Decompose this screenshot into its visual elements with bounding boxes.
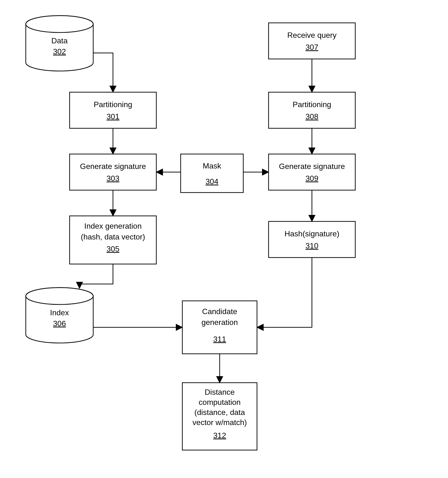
edge-data-to-part1 xyxy=(93,53,113,92)
svg-point-3 xyxy=(26,288,93,304)
data-num: 302 xyxy=(53,47,66,56)
svg-rect-7 xyxy=(70,154,156,190)
svg-text:308: 308 xyxy=(305,112,318,121)
svg-text:generation: generation xyxy=(201,318,238,327)
svg-text:305: 305 xyxy=(106,245,119,253)
svg-rect-20 xyxy=(269,92,355,128)
index-label: Index xyxy=(50,308,69,317)
svg-text:Partitioning: Partitioning xyxy=(94,100,132,109)
svg-text:Mask: Mask xyxy=(203,161,221,170)
generate-signature-309: Generate signature 309 xyxy=(269,154,355,190)
partitioning-301: Partitioning 301 xyxy=(70,92,156,128)
mask-304: Mask 304 xyxy=(181,154,243,193)
svg-text:309: 309 xyxy=(305,174,318,183)
hash-signature-310: Hash(signature) 310 xyxy=(269,221,355,258)
edge-indexgen-to-index xyxy=(79,264,113,288)
svg-text:304: 304 xyxy=(205,177,218,186)
data-label: Data xyxy=(51,36,68,45)
index-cylinder: Index 306 xyxy=(26,288,93,343)
svg-rect-10 xyxy=(181,154,243,193)
candidate-generation-311: Candidate generation 311 xyxy=(182,301,257,354)
index-generation-305: Index generation (hash, data vector) 305 xyxy=(70,216,156,264)
svg-text:Distance: Distance xyxy=(205,388,235,396)
svg-text:Hash(signature): Hash(signature) xyxy=(284,229,339,238)
svg-text:Index generation: Index generation xyxy=(84,222,142,230)
distance-computation-312: Distance computation (distance, data vec… xyxy=(182,383,257,450)
edge-hashsig-to-candgen xyxy=(257,258,312,327)
svg-text:computation: computation xyxy=(199,398,241,407)
svg-rect-17 xyxy=(269,23,355,59)
svg-point-1 xyxy=(26,16,93,32)
receive-query-307: Receive query 307 xyxy=(269,23,355,59)
svg-text:Receive query: Receive query xyxy=(287,31,337,39)
flowchart: Data 302 Index 306 Partitioning 301 Gene… xyxy=(0,0,448,478)
svg-text:312: 312 xyxy=(213,431,226,440)
svg-rect-23 xyxy=(269,154,355,190)
index-num: 306 xyxy=(53,319,66,328)
svg-text:vector w/match): vector w/match) xyxy=(192,418,247,427)
svg-text:(distance, data: (distance, data xyxy=(194,408,245,417)
svg-text:310: 310 xyxy=(305,241,318,250)
generate-signature-303: Generate signature 303 xyxy=(70,154,156,190)
svg-text:311: 311 xyxy=(213,335,226,343)
svg-text:Generate signature: Generate signature xyxy=(279,162,345,171)
svg-text:Partitioning: Partitioning xyxy=(293,100,331,109)
svg-text:(hash, data vector): (hash, data vector) xyxy=(81,233,145,241)
svg-text:Candidate: Candidate xyxy=(202,307,237,316)
svg-text:307: 307 xyxy=(305,43,318,52)
svg-text:Generate signature: Generate signature xyxy=(80,162,146,171)
svg-text:303: 303 xyxy=(106,174,119,183)
svg-rect-26 xyxy=(269,221,355,258)
svg-text:301: 301 xyxy=(106,112,119,121)
partitioning-308: Partitioning 308 xyxy=(269,92,355,128)
data-cylinder: Data 302 xyxy=(26,16,93,71)
svg-rect-4 xyxy=(70,92,156,128)
